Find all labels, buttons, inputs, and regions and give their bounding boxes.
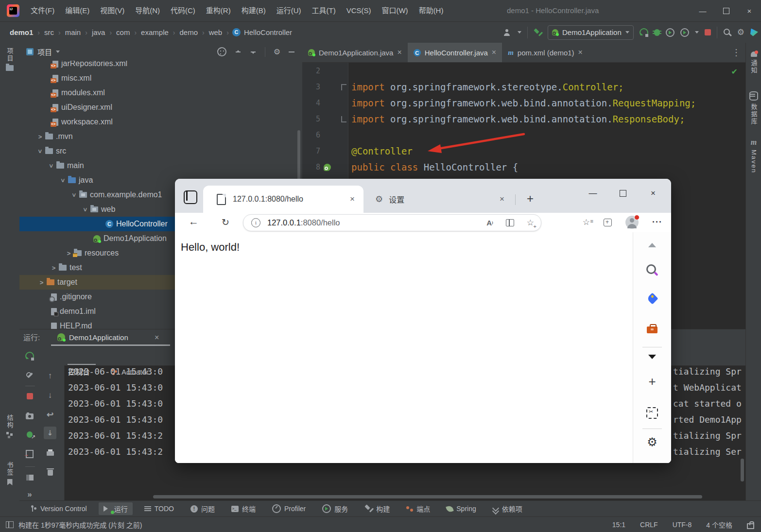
project-view-dropdown-icon[interactable] [56, 51, 60, 53]
hide-panel-icon[interactable] [289, 51, 294, 52]
tab-options-icon[interactable]: ⋮ [732, 43, 741, 62]
browser-minimize-icon[interactable]: — [578, 185, 608, 202]
chevron-down-icon[interactable] [36, 148, 44, 154]
browser-menu-icon[interactable]: ··· [652, 217, 662, 227]
tool-button-run[interactable]: 运行 [99, 502, 133, 515]
user-dropdown-icon[interactable] [518, 31, 521, 34]
breadcrumb-project[interactable]: demo1 [9, 28, 34, 36]
sidebar-settings-icon[interactable]: ⚙ [633, 435, 671, 449]
browser-tab-settings[interactable]: ⚙ 设置 × [367, 186, 511, 213]
address-bar[interactable]: 127.0.0.1:8080/hello A ☆ [243, 214, 541, 231]
run-tab-label[interactable]: Demo1Application [69, 329, 128, 346]
stop-icon[interactable] [705, 29, 711, 35]
tool-button-dependencies[interactable]: 依赖项 [488, 502, 527, 515]
tool-button-database[interactable]: 数据库 [746, 91, 761, 125]
sidebar-tools-icon[interactable] [633, 324, 671, 333]
breadcrumb-com[interactable]: com [115, 28, 131, 36]
prev-occurrence-icon[interactable]: ↑ [44, 369, 56, 382]
close-tab-icon[interactable] [492, 48, 496, 57]
minimize-icon[interactable]: — [691, 0, 714, 21]
menu-vcs[interactable]: VCS(S) [341, 0, 377, 21]
breadcrumb-example[interactable]: example [140, 28, 170, 36]
menu-run[interactable]: 运行(U) [271, 0, 307, 21]
tool-button-structure[interactable]: 结构 [0, 414, 19, 439]
tool-button-maven[interactable]: m Maven [746, 138, 761, 173]
chevron-right-icon[interactable] [38, 279, 45, 286]
menu-edit[interactable]: 编辑(E) [60, 0, 95, 21]
indent-setting[interactable]: 4 个空格 [706, 520, 732, 530]
menu-navigate[interactable]: 导航(N) [130, 0, 165, 21]
chevron-down-icon[interactable] [59, 177, 67, 184]
breadcrumb-main[interactable]: main [64, 28, 82, 36]
stop-icon[interactable] [23, 390, 36, 402]
readonly-lock-icon[interactable] [747, 523, 754, 529]
breadcrumb-class[interactable]: HelloController [243, 28, 293, 36]
print-icon[interactable] [44, 446, 56, 459]
tool-button-terminal[interactable]: 终端 [226, 502, 260, 515]
breadcrumb-demo[interactable]: demo [178, 28, 199, 36]
tool-button-bookmarks[interactable]: 书签 [0, 462, 19, 485]
tool-button-todo[interactable]: TODO [139, 503, 179, 514]
add-favorite-icon[interactable]: ☆ [527, 218, 534, 228]
close-tab-icon[interactable]: × [350, 194, 355, 204]
back-icon[interactable]: ← [189, 216, 199, 227]
fold-marker-icon[interactable] [341, 116, 346, 122]
menu-view[interactable]: 视图(V) [95, 0, 130, 21]
fold-marker-icon[interactable] [341, 84, 346, 90]
menu-tools[interactable]: 工具(T) [306, 0, 341, 21]
collections-icon[interactable] [604, 219, 612, 226]
soft-wrap-icon[interactable]: ↩ [44, 408, 56, 421]
learn-plugin-icon[interactable] [750, 29, 758, 36]
chevron-right-icon[interactable] [50, 265, 57, 271]
sidebar-add-icon[interactable]: + [633, 374, 671, 389]
close-tab-icon[interactable] [578, 48, 583, 57]
chevron-down-icon[interactable] [70, 192, 78, 198]
profiler-run-icon[interactable] [666, 28, 675, 37]
expand-all-icon[interactable] [235, 49, 242, 55]
split-screen-icon[interactable] [506, 219, 514, 226]
run-configuration-select[interactable]: Demo1Application [548, 25, 634, 40]
tree-item-src[interactable]: src [19, 144, 302, 158]
run-more-icon[interactable] [695, 31, 699, 34]
refresh-icon[interactable]: ↻ [222, 217, 229, 228]
close-icon[interactable]: × [738, 0, 761, 21]
close-tab-icon[interactable] [397, 48, 401, 57]
scroll-to-end-icon[interactable]: ⇣ [44, 427, 56, 439]
console-vscrollbar[interactable] [741, 459, 744, 481]
favorites-icon[interactable]: ☆ [583, 217, 590, 227]
tree-item-workspace[interactable]: workspace.xml [19, 115, 302, 129]
thread-dump-icon[interactable] [23, 410, 36, 423]
next-occurrence-icon[interactable]: ↓ [44, 389, 56, 401]
site-info-icon[interactable] [251, 218, 260, 227]
panel-settings-icon[interactable]: ⚙ [274, 48, 280, 56]
sidebar-scroll-up-icon[interactable] [633, 243, 671, 247]
rerun-icon[interactable] [23, 350, 36, 362]
more-tools-icon[interactable]: » [23, 488, 36, 500]
collapse-all-icon[interactable] [250, 49, 257, 55]
run-icon[interactable] [640, 28, 648, 37]
breadcrumb-src[interactable]: src [43, 28, 55, 36]
sidebar-shopping-icon[interactable] [633, 294, 671, 303]
menu-window[interactable]: 窗口(W) [376, 0, 413, 21]
tree-item-mvn[interactable]: .mvn [19, 129, 302, 144]
tool-button-spring[interactable]: Spring [442, 503, 481, 514]
menu-build[interactable]: 构建(B) [236, 0, 271, 21]
tab-demo1application[interactable]: Demo1Application.java [302, 43, 408, 62]
menu-file[interactable]: 文件(F) [25, 0, 60, 21]
settings-gear-icon[interactable]: ⚙ [737, 28, 744, 36]
tree-item-misc[interactable]: misc.xml [19, 71, 302, 86]
spring-bean-gutter-icon[interactable] [324, 164, 331, 171]
sidebar-search-icon[interactable] [633, 264, 671, 276]
sidebar-dropdown-icon[interactable] [633, 355, 671, 359]
line-separator[interactable]: CRLF [640, 521, 658, 529]
tab-hellocontroller[interactable]: HelloController.java [408, 43, 502, 62]
locate-file-icon[interactable] [217, 47, 226, 56]
build-hammer-icon[interactable] [534, 29, 542, 36]
tool-button-version-control[interactable]: Version Control [26, 503, 92, 514]
tool-button-profiler[interactable]: Profiler [267, 503, 311, 515]
layout-icon[interactable] [6, 521, 14, 528]
web-capture-icon[interactable] [633, 407, 671, 419]
coverage-run-icon[interactable] [680, 28, 689, 37]
edit-configuration-icon[interactable] [23, 369, 36, 382]
tab-pomxml[interactable]: m pom.xml (demo1) [502, 43, 588, 62]
